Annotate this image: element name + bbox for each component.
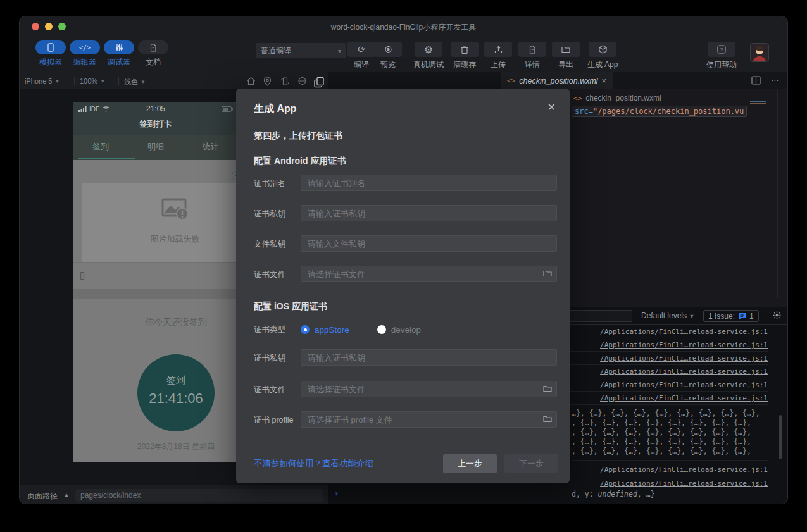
android-cert-alias-input[interactable] (301, 175, 557, 191)
export-button[interactable]: 导出 (547, 42, 585, 70)
editor-tab-bar: <> checkin_position.wxml × ⋯ (328, 72, 788, 89)
phone-header: IDE 21:05 签到打卡 (73, 102, 238, 135)
compile-mode-select[interactable]: 普通编译 ▾ (256, 43, 346, 58)
field-label: 文件私钥 (254, 239, 285, 250)
sliders-icon (115, 44, 123, 52)
zoom-select[interactable]: 100%▼ (80, 77, 105, 85)
preview-button[interactable]: 预览 (369, 42, 407, 70)
details-label: 详情 (513, 59, 551, 70)
debugger-label: 调试器 (102, 57, 136, 68)
more-actions-icon[interactable]: ⋯ (771, 76, 780, 85)
next-step-button[interactable]: 下一步 (504, 454, 558, 473)
code-string: "/pages/clock/checkin_position.vu (593, 107, 744, 116)
breadcrumb: <> checkin_position.wxml (573, 94, 661, 102)
ios-profile-input[interactable] (301, 411, 557, 428)
copy-pages-button[interactable] (314, 77, 325, 88)
checkin-action-label: 签到 (137, 374, 215, 387)
console-prompt-icon: › (334, 489, 339, 498)
simulator-view-button[interactable]: 模拟器 (34, 40, 68, 68)
theme-value: 浅色 (124, 77, 138, 87)
chevron-down-icon: ▼ (100, 78, 105, 84)
phone-nav-title: 签到打卡 (73, 118, 238, 130)
issues-count: 1 (749, 312, 754, 321)
console-input-row[interactable]: › (328, 485, 788, 504)
phone-tab-detail[interactable]: 明细 (128, 135, 184, 160)
current-date: 2022年8月18日 星期四 (73, 442, 238, 452)
clear-cache-button[interactable]: 清缓存 (446, 42, 484, 70)
empty-text-row: ▯ (73, 262, 238, 288)
page-path-value[interactable]: pages/clock/index (75, 489, 323, 502)
ios-profile-row: 证书 profile (254, 411, 557, 428)
rotate-device-button[interactable] (280, 77, 290, 86)
android-file-key-input[interactable] (301, 235, 557, 252)
editor-view-button[interactable]: </> 编辑器 (68, 40, 102, 68)
refresh-icon: ⟳ (358, 44, 365, 54)
location-button[interactable] (263, 77, 272, 86)
caret-up-icon[interactable]: ▲ (64, 492, 69, 498)
docs-label: 文档 (136, 57, 170, 68)
issues-button[interactable]: 1 Issue: 1 (703, 310, 759, 322)
minimap[interactable] (748, 89, 778, 298)
split-editor-icon[interactable] (751, 76, 761, 85)
help-button[interactable]: ? 使用帮助 (699, 42, 744, 70)
section-divider (73, 289, 238, 299)
previous-step-button[interactable]: 上一步 (443, 454, 497, 473)
close-modal-icon[interactable]: ✕ (547, 101, 556, 113)
code-file-icon: <> (573, 94, 582, 102)
chat-bubble-icon (738, 312, 746, 320)
radio-develop-label[interactable]: develop (391, 325, 421, 335)
radio-appstore-label[interactable]: appStore (315, 325, 349, 335)
docs-view-button[interactable]: 文档 (136, 40, 170, 68)
folder-icon[interactable] (543, 415, 552, 423)
phone-tab-checkin[interactable]: 签到 (73, 135, 128, 160)
preview-label: 预览 (369, 59, 407, 70)
cert-type-row: 证书类型 appStore develop (254, 321, 421, 338)
field-label: 证书 profile (254, 415, 294, 426)
file-icon (529, 46, 536, 54)
theme-select[interactable]: 浅色▼ (124, 77, 146, 87)
log-levels-select[interactable]: Default levels ▼ (641, 311, 694, 320)
editor-label: 编辑器 (68, 57, 102, 68)
zoom-value: 100% (80, 77, 97, 85)
remote-debug-label: 真机调试 (410, 59, 447, 70)
debugger-view-button[interactable]: 调试器 (102, 40, 136, 68)
home-button[interactable] (246, 77, 256, 85)
console-settings-icon[interactable] (772, 311, 782, 320)
generate-app-button[interactable]: 生成 App (580, 42, 625, 70)
folder-icon[interactable] (543, 269, 552, 277)
phone-simulator: IDE 21:05 签到打卡 签到 明细 统计 图片加载失败 ▯ (73, 102, 238, 462)
help-label: 使用帮助 (699, 59, 744, 70)
android-cert-key-input[interactable] (301, 205, 557, 221)
status-time: 21:05 (73, 104, 238, 113)
tab-checkin-position-wxml[interactable]: <> checkin_position.wxml × (501, 72, 613, 89)
radio-appstore[interactable] (301, 325, 310, 334)
device-select[interactable]: iPhone 5▼ (25, 77, 59, 85)
ios-cert-file-input[interactable] (301, 381, 557, 397)
close-tab-icon[interactable]: × (602, 76, 607, 85)
code-line[interactable]: src="/pages/clock/checkin_position.vu (572, 106, 747, 117)
field-label: 证书类型 (254, 325, 301, 335)
field-label: 证书私钥 (254, 209, 285, 220)
ios-cert-key-input[interactable] (301, 349, 557, 366)
phone-tab-stats[interactable]: 统计 (183, 135, 238, 160)
chevron-down-icon: ▼ (54, 78, 59, 84)
document-icon (149, 44, 157, 52)
android-cert-file-input[interactable] (301, 266, 557, 282)
network-condition-button[interactable] (297, 77, 307, 85)
user-avatar[interactable] (750, 43, 769, 62)
phone-gear-icon: ⚙ (424, 44, 433, 56)
chevron-down-icon: ▼ (689, 313, 694, 319)
code-attr: src= (575, 107, 593, 116)
folder-icon[interactable] (543, 385, 552, 392)
radio-develop[interactable] (377, 325, 386, 334)
help-link[interactable]: 不清楚如何使用？查看功能介绍 (254, 458, 373, 469)
checkin-button[interactable]: 签到 21:41:06 (137, 354, 215, 431)
android-cert-alias-row: 证书别名 (254, 175, 557, 191)
console-scrollbar[interactable] (779, 415, 782, 459)
upload-button[interactable]: 上传 (479, 42, 517, 70)
ios-cert-key-row: 证书私钥 (254, 349, 557, 366)
console-object-output[interactable]: …}, {…}, {…}, {…}, {…}, {…}, {…}, {…}, {… (572, 409, 768, 461)
remote-debug-button[interactable]: ⚙ 真机调试 (410, 42, 447, 70)
details-button[interactable]: 详情 (513, 42, 551, 70)
generate-app-modal: 生成 App ✕ 第四步，上传打包证书 配置 Android 应用证书 证书别名… (236, 89, 570, 483)
